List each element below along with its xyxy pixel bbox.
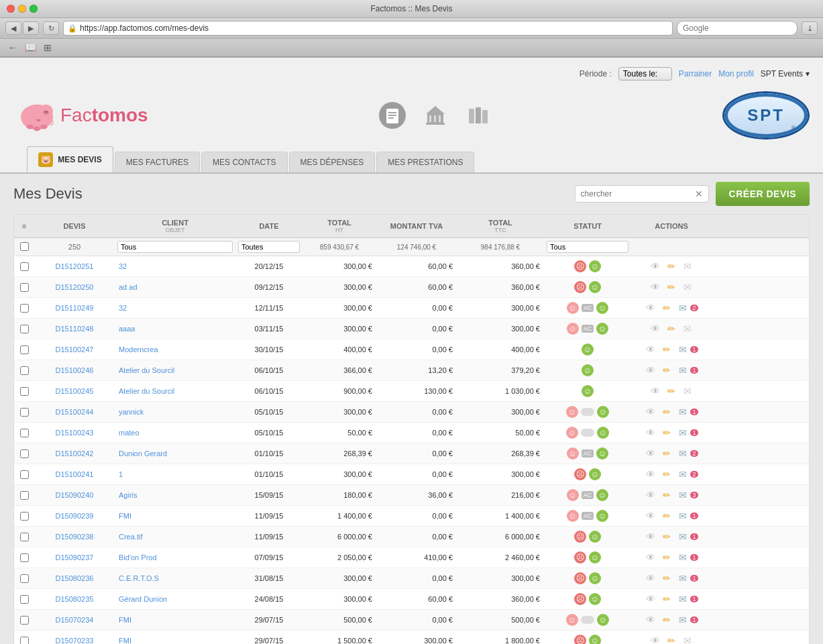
row-checkbox[interactable]: [20, 553, 29, 562]
mail-icon[interactable]: ✉: [677, 593, 689, 605]
row-checkbox[interactable]: [20, 304, 29, 313]
row-checkbox[interactable]: [20, 491, 29, 500]
devis-number-link[interactable]: D15080235: [56, 595, 94, 603]
view-icon[interactable]: 👁: [645, 364, 657, 376]
row-client-name[interactable]: aaaa: [115, 325, 235, 333]
url-bar[interactable]: 🔒 https://app.factomos.com/mes-devis: [63, 21, 673, 36]
mail-icon[interactable]: ✉: [677, 427, 689, 439]
mail-icon[interactable]: ✉: [681, 635, 694, 644]
view-icon[interactable]: 👁: [645, 531, 657, 543]
search-input[interactable]: [581, 189, 695, 199]
row-checkbox[interactable]: [20, 637, 29, 645]
date-filter-select[interactable]: Toutes: [238, 241, 300, 253]
devis-number-link[interactable]: D15110249: [56, 304, 94, 312]
view-icon[interactable]: 👁: [645, 447, 657, 460]
ac-toggle[interactable]: AC: [582, 325, 594, 333]
company-selector[interactable]: SPT Events ▾: [761, 69, 810, 78]
row-client-name[interactable]: FMI: [115, 512, 235, 520]
view-icon[interactable]: 👁: [649, 281, 661, 293]
search-field[interactable]: ✕: [575, 185, 709, 203]
edit-icon[interactable]: ✏: [661, 510, 673, 522]
row-client-name[interactable]: Gérard Dunion: [115, 595, 235, 603]
tab-mes-factures[interactable]: MES FACTURES: [115, 152, 200, 172]
row-client-name[interactable]: Agiris: [115, 491, 235, 499]
devis-number-link[interactable]: D15080236: [56, 574, 94, 582]
devis-number-link[interactable]: D15120250: [56, 283, 94, 291]
tab-mes-contacts[interactable]: MES CONTACTS: [201, 152, 287, 172]
view-icon[interactable]: 👁: [649, 635, 661, 644]
client-filter-select[interactable]: Tous: [117, 241, 233, 253]
filter-statut[interactable]: Tous: [544, 241, 631, 253]
row-client-name[interactable]: 32: [115, 304, 235, 312]
edit-icon[interactable]: ✏: [665, 635, 677, 644]
row-client-name[interactable]: 32: [115, 262, 235, 270]
column-menu-icon[interactable]: ≡: [22, 222, 26, 230]
edit-icon[interactable]: ✏: [661, 551, 673, 564]
row-checkbox[interactable]: [20, 429, 29, 437]
row-checkbox[interactable]: [20, 262, 29, 271]
edit-icon[interactable]: ✏: [661, 343, 673, 356]
row-client-name[interactable]: Atelier du Sourcil: [115, 387, 235, 395]
row-client-name[interactable]: Moderncrea: [115, 345, 235, 354]
ac-toggle[interactable]: AC: [582, 491, 594, 499]
row-checkbox[interactable]: [20, 449, 29, 458]
devis-number-link[interactable]: D15090240: [56, 491, 94, 499]
devis-number-link[interactable]: D15090237: [56, 553, 94, 561]
forward-button[interactable]: ▶: [23, 21, 39, 35]
row-client-name[interactable]: ad ad: [115, 283, 235, 291]
edit-icon[interactable]: ✏: [661, 572, 673, 584]
devis-number-link[interactable]: D15090238: [56, 533, 94, 541]
mail-icon[interactable]: ✉: [681, 323, 694, 335]
edit-icon[interactable]: ✏: [661, 593, 673, 605]
view-icon[interactable]: 👁: [645, 406, 657, 418]
row-client-name[interactable]: mateo: [115, 429, 235, 437]
devis-number-link[interactable]: D15120251: [56, 262, 94, 270]
mail-icon[interactable]: ✉: [677, 614, 689, 626]
view-icon[interactable]: 👁: [645, 343, 657, 356]
back-toolbar-icon[interactable]: ←: [5, 41, 20, 54]
devis-number-link[interactable]: D15100245: [56, 387, 94, 395]
mail-icon[interactable]: ✉: [681, 385, 694, 397]
mail-icon[interactable]: ✉: [677, 489, 689, 501]
view-icon[interactable]: 👁: [649, 323, 661, 335]
filter-date[interactable]: Toutes: [235, 241, 303, 253]
parrainer-link[interactable]: Parrainer: [679, 69, 712, 78]
row-checkbox[interactable]: [20, 595, 29, 604]
mail-icon[interactable]: ✉: [677, 468, 689, 480]
devis-number-link[interactable]: D15070234: [56, 616, 94, 624]
edit-icon[interactable]: ✏: [661, 302, 673, 314]
mail-icon[interactable]: ✉: [677, 302, 689, 314]
mail-icon[interactable]: ✉: [677, 551, 689, 564]
view-icon[interactable]: 👁: [645, 468, 657, 480]
ac-toggle[interactable]: AC: [582, 512, 594, 520]
row-client-name[interactable]: FMI: [115, 616, 235, 624]
row-client-name[interactable]: 1: [115, 470, 235, 478]
tab-mes-devis[interactable]: 🐷 MES DEVIS: [27, 146, 113, 172]
edit-icon[interactable]: ✏: [665, 323, 677, 335]
mail-icon[interactable]: ✉: [677, 406, 689, 418]
filter-client[interactable]: Tous: [115, 241, 235, 253]
select-all-checkbox[interactable]: [20, 242, 29, 251]
tab-mes-prestations[interactable]: MES PRESTATIONS: [376, 152, 474, 172]
row-client-name[interactable]: Dunion Gerard: [115, 449, 235, 458]
mail-icon[interactable]: ✉: [681, 281, 694, 293]
devis-number-link[interactable]: D15070233: [56, 637, 94, 644]
devis-number-link[interactable]: D15100242: [56, 449, 94, 458]
edit-icon[interactable]: ✏: [661, 489, 673, 501]
view-icon[interactable]: 👁: [645, 510, 657, 522]
toggle-switch[interactable]: [581, 429, 594, 437]
row-client-name[interactable]: yannick: [115, 408, 235, 416]
browser-search[interactable]: [677, 21, 798, 36]
maximize-button[interactable]: [30, 5, 38, 13]
devis-number-link[interactable]: D15100241: [56, 470, 94, 478]
edit-icon[interactable]: ✏: [661, 427, 673, 439]
devis-number-link[interactable]: D15100246: [56, 366, 94, 374]
mail-icon[interactable]: ✉: [681, 260, 694, 272]
create-devis-button[interactable]: CRÉER DEVIS: [716, 182, 810, 206]
edit-icon[interactable]: ✏: [665, 385, 677, 397]
mail-icon[interactable]: ✉: [677, 447, 689, 460]
apps-icon[interactable]: ⊞: [40, 41, 55, 54]
toggle-switch[interactable]: [581, 408, 594, 416]
close-button[interactable]: [7, 5, 15, 13]
row-checkbox[interactable]: [20, 616, 29, 625]
